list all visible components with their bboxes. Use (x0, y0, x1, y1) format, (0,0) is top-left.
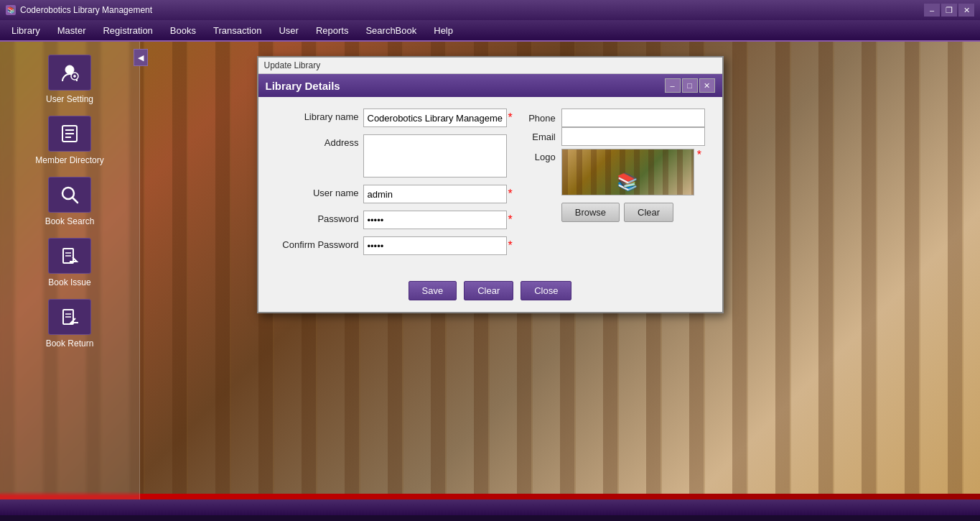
dialog-title: Library Details (266, 80, 340, 92)
menu-library[interactable]: Library (3, 22, 49, 39)
dialog-outer-title: Update Library (258, 57, 722, 74)
phone-input[interactable] (561, 109, 705, 127)
username-input[interactable] (363, 185, 507, 203)
logo-section: * Browse Clear (561, 149, 701, 222)
menu-bar: Library Master Registration Books Transa… (0, 20, 980, 42)
email-label: Email (520, 132, 556, 142)
clear-button[interactable]: Clear (464, 281, 513, 300)
clear-logo-button[interactable]: Clear (624, 203, 673, 222)
title-bar: 📚 Coderobotics Library Management – ❐ ✕ (0, 0, 980, 20)
dialog-body: Library name * Address (258, 97, 722, 274)
logo-image (561, 149, 694, 195)
restore-button[interactable]: ❐ (941, 4, 957, 17)
logo-buttons: Browse Clear (561, 203, 701, 222)
username-label: User name (273, 185, 359, 198)
logo-required-star: * (697, 149, 701, 162)
update-library-dialog: Update Library Library Details – □ ✕ (257, 56, 724, 313)
menu-user[interactable]: User (270, 22, 307, 39)
status-bar (0, 499, 980, 515)
menu-transaction[interactable]: Transaction (205, 22, 270, 39)
right-column: Phone Email Logo (513, 109, 708, 262)
save-button[interactable]: Save (409, 281, 457, 300)
dialog-header: Library Details – □ ✕ (258, 74, 722, 97)
dialog-close-footer-button[interactable]: Close (521, 281, 571, 300)
password-label: Password (273, 211, 359, 224)
main-content: ◀ User Setting (0, 42, 980, 499)
dialog-minimize-button[interactable]: – (665, 78, 681, 93)
email-row: Email (520, 127, 708, 146)
menu-reports[interactable]: Reports (307, 22, 358, 39)
menu-master[interactable]: Master (49, 22, 95, 39)
dialog-close-button[interactable]: ✕ (699, 78, 715, 93)
confirm-password-row: Confirm Password * (273, 236, 513, 255)
logo-label: Logo (520, 149, 556, 162)
password-row: Password * (273, 211, 513, 229)
menu-help[interactable]: Help (425, 22, 462, 39)
phone-label: Phone (520, 113, 556, 124)
address-row: Address (273, 134, 513, 177)
dialog-footer: Save Clear Close (258, 274, 722, 312)
email-input[interactable] (561, 127, 705, 146)
phone-row: Phone (520, 109, 708, 127)
address-input[interactable] (363, 134, 507, 177)
confirm-password-input[interactable] (363, 236, 507, 255)
dialog-overlay: Update Library Library Details – □ ✕ (0, 42, 980, 499)
app-title: Coderobotics Library Management (20, 5, 152, 15)
dialog-maximize-button[interactable]: □ (682, 78, 698, 93)
window-close-button[interactable]: ✕ (958, 4, 974, 17)
minimize-button[interactable]: – (924, 4, 940, 17)
password-input[interactable] (363, 211, 507, 229)
username-row: User name * (273, 185, 513, 203)
app-icon: 📚 (6, 5, 16, 15)
library-name-label: Library name (273, 109, 359, 122)
confirm-password-label: Confirm Password (273, 236, 359, 250)
browse-button[interactable]: Browse (561, 203, 620, 222)
library-name-row: Library name * (273, 109, 513, 127)
address-label: Address (273, 134, 359, 148)
menu-registration[interactable]: Registration (94, 22, 161, 39)
menu-books[interactable]: Books (162, 22, 205, 39)
left-column: Library name * Address (273, 109, 513, 262)
logo-row: Logo * Browse Clear (520, 149, 708, 222)
menu-searchbook[interactable]: SearchBook (357, 22, 425, 39)
library-name-input[interactable] (363, 109, 507, 127)
